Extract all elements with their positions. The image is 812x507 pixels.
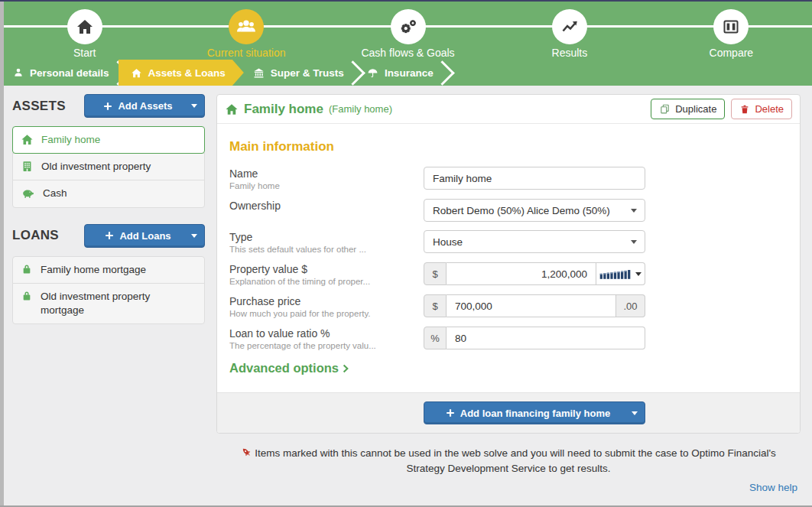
assets-heading: ASSETS: [12, 99, 66, 114]
delete-button[interactable]: Delete: [731, 99, 792, 119]
dollar-prefix: $: [424, 262, 447, 285]
field-row-type: Type This sets default values for other …: [229, 230, 788, 254]
add-loans-label: Add Loans: [119, 230, 171, 242]
advanced-options-label: Advanced options: [229, 361, 339, 375]
page-title: Family home: [244, 102, 323, 117]
building-icon: [21, 160, 34, 173]
columns-icon: [722, 18, 740, 36]
nav-step-label: Current situation: [207, 47, 286, 59]
gears-icon: [398, 17, 418, 37]
lock-icon: [21, 263, 33, 275]
asset-detail-panel: Family home (Family home) Duplicate Dele…: [216, 94, 801, 434]
tab-label: Insurance: [385, 67, 434, 79]
caret-down-icon: [632, 411, 638, 415]
bar-chart-icon: [599, 268, 632, 280]
loans-heading: LOANS: [12, 228, 59, 243]
ownership-select[interactable]: Robert Demo (50%) Alice Demo (50%): [424, 199, 645, 222]
caret-down-icon: [631, 240, 637, 244]
loan-item-family-home-mortgage[interactable]: Family home mortgage: [12, 256, 205, 284]
tab-label: Personal details: [30, 67, 109, 79]
panel-footer: Add loan financing family home: [217, 392, 800, 433]
name-label: Name: [229, 167, 424, 180]
asset-item-label: Family home: [41, 133, 100, 147]
line-chart-icon: [560, 18, 579, 36]
home-icon: [21, 133, 34, 146]
add-loan-financing-label: Add loan financing family home: [460, 408, 610, 419]
add-loan-financing-button[interactable]: Add loan financing family home: [424, 401, 645, 424]
cents-suffix: .00: [616, 294, 645, 317]
nav-step-label: Cash flows & Goals: [361, 47, 454, 59]
add-assets-label: Add Assets: [118, 100, 172, 112]
assets-list: Family home Old investment property Cash: [12, 126, 205, 208]
window-top-edge: [0, 0, 812, 2]
window-left-edge: [0, 2, 4, 507]
lvr-label: Loan to value ratio %: [229, 327, 424, 340]
purchase-price-input[interactable]: [447, 294, 616, 317]
nav-step-label: Results: [552, 47, 588, 59]
nav-step-results[interactable]: Results: [489, 2, 650, 60]
asset-item-label: Cash: [43, 187, 67, 200]
name-input[interactable]: [424, 167, 645, 190]
add-loans-button[interactable]: Add Loans: [84, 224, 205, 248]
ownership-label: Ownership: [229, 200, 424, 212]
caret-down-icon: [191, 104, 197, 108]
type-sublabel: This sets default values for other ...: [229, 245, 424, 254]
web-solve-notice: Items marked with this cannot be used in…: [216, 445, 801, 476]
asset-item-old-investment-property[interactable]: Old investment property: [12, 153, 205, 180]
loan-item-old-investment-property-mortgage[interactable]: Old investment property mortgage: [12, 283, 205, 324]
field-row-ownership: Ownership Robert Demo (50%) Alice Demo (…: [229, 199, 788, 222]
purchase-price-sublabel: How much you paid for the property.: [229, 309, 424, 318]
nav-step-current-situation[interactable]: Current situation: [165, 2, 326, 60]
home-icon: [225, 102, 239, 116]
nav-step-cash-flows-goals[interactable]: Cash flows & Goals: [327, 2, 489, 60]
advanced-options-link[interactable]: Advanced options: [229, 361, 788, 375]
notice-text: Items marked with this cannot be used in…: [255, 447, 776, 474]
lvr-input[interactable]: [447, 327, 645, 349]
delete-label: Delete: [755, 103, 784, 115]
type-select[interactable]: House: [424, 230, 645, 253]
caret-down-icon: [191, 234, 197, 238]
nav-step-start[interactable]: Start: [4, 2, 165, 60]
chevron-right-icon: [340, 362, 352, 375]
tab-label: Super & Trusts: [271, 67, 344, 79]
step-nav: Start Current situation Cash flows & Goa…: [4, 2, 812, 60]
page-subtitle: (Family home): [329, 103, 392, 115]
asset-item-family-home[interactable]: Family home: [12, 126, 205, 154]
plus-icon: [105, 231, 114, 240]
person-icon: [13, 67, 24, 78]
plus-icon: [103, 102, 112, 111]
percent-prefix: %: [424, 327, 447, 349]
users-icon: [236, 17, 256, 37]
tab-super-trusts[interactable]: Super & Trusts: [244, 60, 355, 86]
tab-assets-loans[interactable]: Assets & Loans: [119, 60, 244, 86]
umbrella-icon: [367, 67, 378, 79]
type-label: Type: [229, 231, 424, 243]
panel-header: Family home (Family home) Duplicate Dele…: [217, 95, 800, 124]
lvr-sublabel: The percentage of the property valu...: [229, 341, 424, 350]
loan-item-label: Family home mortgage: [41, 263, 146, 277]
duplicate-button[interactable]: Duplicate: [651, 99, 725, 119]
show-help-link[interactable]: Show help: [749, 482, 797, 493]
section-title: Main information: [229, 139, 788, 154]
duplicate-label: Duplicate: [675, 103, 716, 115]
property-value-input[interactable]: [447, 262, 596, 285]
property-value-label: Property value $: [229, 263, 424, 275]
field-row-property-value: Property value $ Explanation of the timi…: [229, 262, 788, 286]
sidebar: ASSETS Add Assets Family home Old invest…: [12, 94, 205, 324]
asset-item-cash[interactable]: Cash: [12, 180, 205, 207]
breadcrumb: Personal details Assets & Loans Super & …: [4, 60, 812, 86]
field-row-purchase-price: Purchase price How much you paid for the…: [229, 294, 788, 318]
nav-step-compare[interactable]: Compare: [651, 2, 812, 60]
piggy-bank-icon: [21, 187, 35, 200]
lock-icon: [21, 290, 33, 302]
add-assets-button[interactable]: Add Assets: [84, 94, 205, 118]
home-icon: [131, 67, 142, 79]
home-icon: [76, 18, 94, 36]
nav-step-label: Compare: [710, 47, 754, 59]
name-sublabel: Family home: [229, 181, 424, 190]
tab-personal-details[interactable]: Personal details: [4, 60, 120, 86]
property-value-projection-dropdown[interactable]: [596, 262, 645, 285]
field-row-name: Name Family home: [229, 167, 788, 190]
trash-icon: [739, 104, 750, 115]
plus-icon: [446, 408, 455, 418]
